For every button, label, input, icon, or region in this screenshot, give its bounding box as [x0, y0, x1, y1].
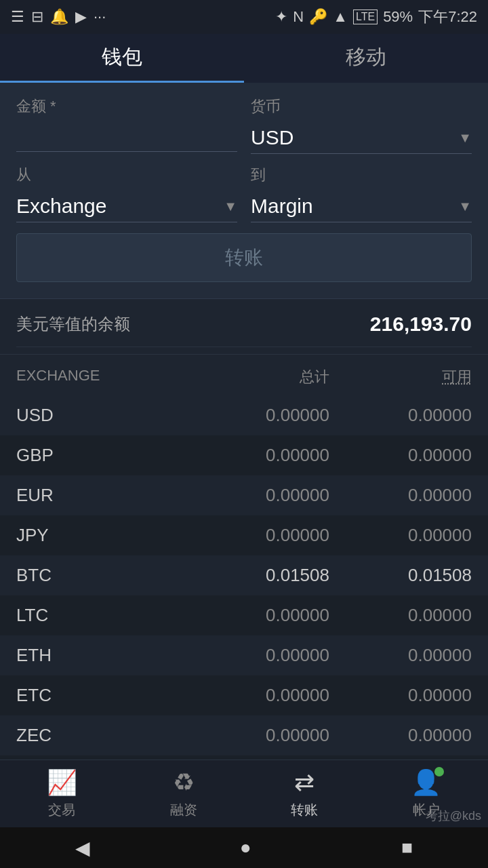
home-button[interactable]: ● — [240, 837, 251, 859]
nav-transfer[interactable]: ⇄ 转账 — [291, 768, 318, 819]
account-dot — [434, 767, 444, 776]
nav-funding[interactable]: ♻ 融资 — [170, 768, 197, 819]
signal-icon: ▲ — [333, 8, 348, 26]
transfer-icon: ⇄ — [294, 768, 314, 797]
table-row: ETH 0.00000 0.00000 — [0, 635, 488, 675]
table-row: ZEC 0.00000 0.00000 — [0, 715, 488, 755]
from-select[interactable]: Exchange ▼ — [16, 191, 237, 222]
currency-select[interactable]: USD ▼ — [251, 122, 472, 154]
system-nav: ◀ ● ■ — [0, 827, 488, 868]
table-header: EXCHANGE 总计 可用 — [0, 355, 488, 395]
watermark: 考拉@kds — [426, 808, 481, 824]
key-icon: 🔑 — [309, 8, 327, 26]
dots-icon: ··· — [94, 8, 106, 26]
table-row: USD 0.00000 0.00000 — [0, 395, 488, 435]
balance-label: 美元等值的余额 — [16, 313, 130, 335]
amount-label: 金额 * — [16, 96, 237, 117]
nav-funding-label: 融资 — [170, 801, 197, 819]
row-available: 0.00000 — [329, 485, 472, 506]
nav-trade[interactable]: 📈 交易 — [47, 768, 77, 819]
bell-icon: 🔔 — [50, 8, 68, 26]
menu-icon: ☰ — [11, 8, 24, 26]
tab-move[interactable]: 移动 — [244, 34, 488, 83]
col-exchange: EXCHANGE — [16, 367, 187, 387]
amount-field: 金额 * — [16, 96, 237, 154]
bottom-nav: 📈 交易 ♻ 融资 ⇄ 转账 👤 帐户 — [0, 760, 488, 827]
from-arrow-icon: ▼ — [224, 199, 237, 214]
to-select[interactable]: Margin ▼ — [251, 191, 472, 222]
row-available: 0.00000 — [329, 405, 472, 426]
row-available: 0.01508 — [329, 565, 472, 586]
battery-label: 59% — [383, 8, 413, 26]
nav-trade-label: 交易 — [48, 801, 75, 819]
row-total: 0.00000 — [187, 485, 329, 506]
to-arrow-icon: ▼ — [458, 199, 472, 214]
currency-label: 货币 — [251, 96, 472, 117]
bluetooth-icon: ✦ — [275, 8, 287, 26]
table-row: ETC 0.00000 0.00000 — [0, 675, 488, 715]
table-row: EUR 0.00000 0.00000 — [0, 475, 488, 515]
col-available: 可用 — [329, 367, 472, 387]
row-available: 0.00000 — [329, 645, 472, 666]
wallet-icon: ⊟ — [31, 8, 43, 26]
to-field: 到 Margin ▼ — [251, 165, 472, 222]
row-available: 0.00000 — [329, 525, 472, 546]
from-label: 从 — [16, 165, 237, 185]
row-total: 0.00000 — [187, 725, 329, 746]
row-available: 0.00000 — [329, 685, 472, 706]
from-value: Exchange — [16, 195, 106, 218]
row-available: 0.00000 — [329, 605, 472, 626]
table-row: LTC 0.00000 0.00000 — [0, 595, 488, 635]
currency-field: 货币 USD ▼ — [251, 96, 472, 154]
send-icon: ▶ — [75, 8, 87, 26]
col-total: 总计 — [187, 367, 329, 387]
nfc-icon: N — [293, 8, 304, 26]
to-label: 到 — [251, 165, 472, 185]
currency-value: USD — [251, 126, 293, 149]
to-value: Margin — [251, 195, 313, 218]
row-available: 0.00000 — [329, 445, 472, 466]
row-total: 0.00000 — [187, 525, 329, 546]
row-name: BTC — [16, 565, 187, 586]
from-field: 从 Exchange ▼ — [16, 165, 237, 222]
row-name: EUR — [16, 485, 187, 506]
recent-button[interactable]: ■ — [401, 837, 413, 859]
status-right-icons: ✦ N 🔑 ▲ LTE 59% 下午7:22 — [275, 7, 477, 27]
table-row: BTC 0.01508 0.01508 — [0, 555, 488, 595]
row-total: 0.00000 — [187, 605, 329, 626]
row-name: GBP — [16, 445, 187, 466]
table-row: JPY 0.00000 0.00000 — [0, 515, 488, 555]
time-label: 下午7:22 — [418, 7, 477, 27]
transfer-button[interactable]: 转账 — [16, 233, 472, 282]
currency-arrow-icon: ▼ — [458, 130, 472, 146]
transfer-form: 金额 * 货币 USD ▼ 从 Exchange ▼ 到 Margin ▼ — [0, 83, 488, 299]
row-name: LTC — [16, 605, 187, 626]
row-name: ETC — [16, 685, 187, 706]
lte-label: LTE — [353, 9, 378, 24]
row-name: USD — [16, 405, 187, 426]
funding-icon: ♻ — [173, 768, 195, 797]
row-total: 0.00000 — [187, 445, 329, 466]
tab-wallet[interactable]: 钱包 — [0, 34, 244, 83]
row-total: 0.01508 — [187, 565, 329, 586]
tab-bar: 钱包 移动 — [0, 34, 488, 83]
table-row: GBP 0.00000 0.00000 — [0, 435, 488, 475]
row-total: 0.00000 — [187, 685, 329, 706]
row-name: ZEC — [16, 725, 187, 746]
status-bar: ☰ ⊟ 🔔 ▶ ··· ✦ N 🔑 ▲ LTE 59% 下午7:22 — [0, 0, 488, 34]
row-total: 0.00000 — [187, 645, 329, 666]
balance-value: 216,193.70 — [370, 313, 472, 336]
status-left-icons: ☰ ⊟ 🔔 ▶ ··· — [11, 8, 106, 26]
row-name: JPY — [16, 525, 187, 546]
amount-input[interactable] — [16, 122, 237, 152]
balance-section: 美元等值的余额 216,193.70 — [0, 299, 488, 355]
row-total: 0.00000 — [187, 405, 329, 426]
row-name: ETH — [16, 645, 187, 666]
nav-transfer-label: 转账 — [291, 801, 318, 819]
row-available: 0.00000 — [329, 725, 472, 746]
back-button[interactable]: ◀ — [75, 837, 90, 859]
trade-icon: 📈 — [47, 768, 77, 797]
